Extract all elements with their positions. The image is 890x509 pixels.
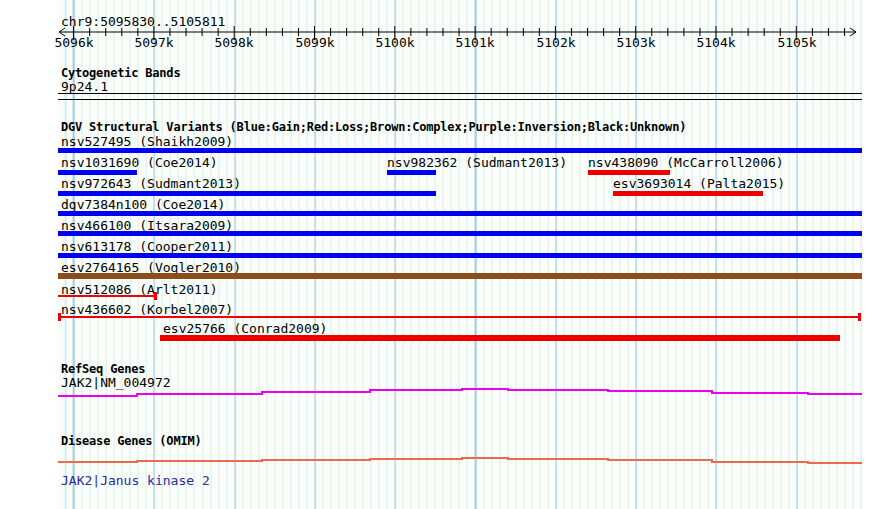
gene-model-lines <box>0 0 890 509</box>
omim-gene-model-line[interactable] <box>58 458 862 463</box>
genome-browser-view: chr9:5095830..5105811 5096k5097k5098k509… <box>0 0 890 509</box>
refseq-gene-model-line[interactable] <box>58 389 862 396</box>
